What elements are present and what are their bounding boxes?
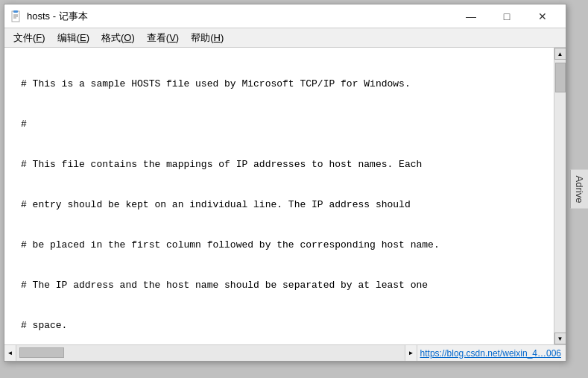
horizontal-scroll-thumb[interactable] [19,347,64,358]
close-button[interactable]: ✕ [525,5,560,28]
scroll-right-button[interactable]: ► [405,345,417,361]
text-line-2: # [21,118,554,131]
text-line-1: # This is a sample HOSTS file used by Mi… [21,78,554,91]
vertical-scrollbar[interactable]: ▲ ▼ [554,48,566,344]
menu-bar: 文件(F) 编辑(E) 格式(O) 查看(V) 帮助(H) [4,28,566,48]
title-bar: hosts - 记事本 — □ ✕ [4,4,566,28]
window-title: hosts - 记事本 [27,10,88,23]
title-bar-left: hosts - 记事本 [10,10,88,23]
notepad-window: hosts - 记事本 — □ ✕ 文件(F) 编辑(E) 格式(O) 查看(V… [4,4,566,362]
scroll-left-button[interactable]: ◄ [4,345,16,361]
notepad-icon [10,10,22,22]
scroll-down-button[interactable]: ▼ [554,333,566,344]
svg-rect-1 [13,10,18,13]
maximize-button[interactable]: □ [490,5,524,28]
menu-help[interactable]: 帮助(H) [185,30,230,46]
text-line-7: # space. [21,319,554,333]
scroll-up-button[interactable]: ▲ [554,48,566,60]
horizontal-scroll-track[interactable] [16,345,405,361]
menu-format[interactable]: 格式(O) [95,30,141,46]
menu-view[interactable]: 查看(V) [141,30,185,46]
minimize-button[interactable]: — [454,5,488,28]
text-line-6: # The IP address and the host name shoul… [21,279,554,292]
status-link[interactable]: https://blog.csdn.net/weixin_4…006 [420,348,561,359]
line-numbers [4,48,16,344]
text-line-5: # be placed in the first column followed… [21,239,554,252]
window-controls: — □ ✕ [454,5,560,28]
menu-edit[interactable]: 编辑(E) [51,30,95,46]
text-line-4: # entry should be kept on an individual … [21,198,554,212]
text-line-3: # This file contains the mappings of IP … [21,158,554,171]
content-area: # This is a sample HOSTS file used by Mi… [4,48,566,344]
status-bar: https://blog.csdn.net/weixin_4…006 [417,345,566,361]
scroll-thumb[interactable] [555,63,566,92]
scroll-track[interactable] [554,60,566,333]
bottom-bar: ◄ ► https://blog.csdn.net/weixin_4…006 [4,344,566,361]
side-label: Adrive [570,169,588,209]
text-editor[interactable]: # This is a sample HOSTS file used by Mi… [16,48,554,344]
menu-file[interactable]: 文件(F) [7,30,51,46]
